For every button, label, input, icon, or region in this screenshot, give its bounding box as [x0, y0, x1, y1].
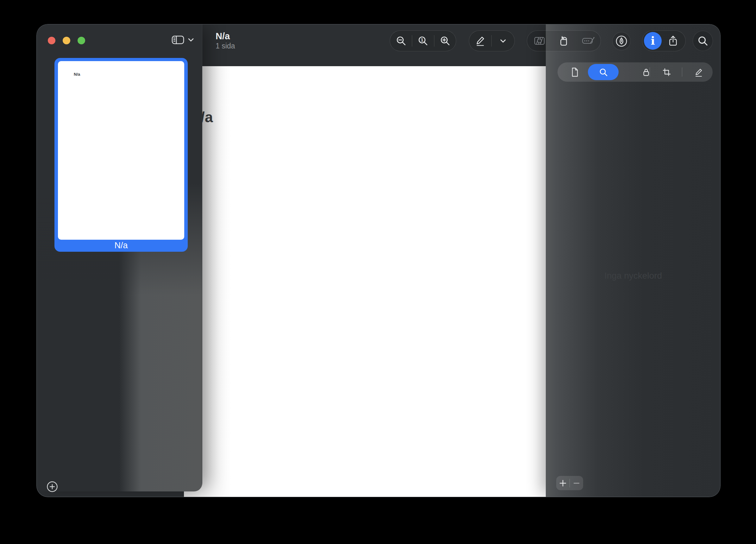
inspector-panel: Inga nyckelord — [546, 24, 721, 497]
desktop: N/a — [0, 0, 756, 544]
sidebar-panel: N/a N/a — [36, 24, 202, 491]
share-icon — [668, 35, 678, 47]
sidebar-icon — [171, 35, 185, 45]
chevron-down-icon — [188, 38, 194, 42]
tab-divider — [682, 67, 682, 77]
info-share-group: i — [642, 30, 686, 51]
window-subtitle: 1 sida — [216, 41, 235, 50]
window-title-block: N/a 1 sida — [216, 31, 235, 50]
adjust-color-button[interactable] — [527, 31, 551, 51]
search-button[interactable] — [693, 31, 713, 51]
plus-icon — [559, 479, 567, 487]
search-icon — [697, 35, 709, 47]
remove-keyword-button[interactable] — [570, 476, 583, 490]
lock-icon — [642, 67, 650, 77]
edit-actions-group — [527, 30, 601, 51]
zoom-group: 1 — [390, 30, 456, 51]
thumbnail-page-text: N/a — [74, 72, 80, 77]
rotate-left-button[interactable] — [551, 31, 576, 51]
zoom-out-icon — [396, 35, 406, 46]
crop-icon — [662, 68, 671, 77]
search-icon — [599, 67, 608, 77]
markup-group — [469, 30, 515, 51]
zoom-actual-size-button[interactable]: 1 — [412, 31, 434, 51]
info-icon: i — [651, 35, 655, 46]
markup-tools-button[interactable] — [612, 32, 631, 50]
fullscreen-button[interactable] — [78, 37, 85, 44]
close-button[interactable] — [48, 37, 55, 44]
minus-icon — [572, 479, 581, 487]
markup-options-button[interactable] — [492, 31, 515, 51]
page-icon — [571, 67, 579, 77]
zoom-in-button[interactable] — [434, 31, 456, 51]
sidebar-toggle-button[interactable] — [171, 34, 198, 46]
share-button[interactable] — [662, 31, 684, 51]
page-thumbnail-preview: N/a — [58, 61, 184, 240]
zoom-out-button[interactable] — [390, 31, 412, 51]
zoom-in-icon — [440, 35, 450, 46]
tab-search[interactable] — [588, 64, 619, 80]
adjust-color-icon — [533, 36, 545, 46]
zoom-actual-size-icon: 1 — [418, 35, 428, 46]
minimize-button[interactable] — [63, 37, 70, 44]
tab-crop[interactable] — [655, 62, 679, 82]
chevron-down-icon — [500, 39, 507, 43]
inspector-tab-bar — [558, 62, 713, 82]
fill-form-button[interactable] — [576, 31, 601, 51]
document-page[interactable]: N/a — [184, 66, 546, 497]
keywords-empty-text: Inga nyckelord — [546, 271, 721, 281]
add-keyword-button[interactable] — [556, 476, 570, 490]
tab-divider — [650, 67, 650, 77]
window-title: N/a — [216, 31, 235, 41]
pencil-icon — [694, 67, 704, 77]
add-page-button[interactable] — [46, 481, 58, 493]
thumbnail-label: N/a — [54, 240, 188, 252]
markup-pen-button[interactable] — [469, 31, 491, 51]
markup-pen-icon — [475, 35, 486, 47]
rotate-left-icon — [558, 35, 569, 46]
keyword-add-remove-group — [556, 476, 583, 490]
tab-annotations[interactable] — [687, 62, 711, 82]
tab-document[interactable] — [563, 62, 587, 82]
page-thumbnail[interactable]: N/a N/a — [54, 58, 188, 252]
info-button[interactable]: i — [644, 32, 662, 50]
svg-text:1: 1 — [421, 37, 424, 42]
fill-form-icon — [582, 36, 595, 46]
preview-window: N/a — [36, 24, 721, 497]
pen-nib-circle-icon — [615, 35, 628, 47]
